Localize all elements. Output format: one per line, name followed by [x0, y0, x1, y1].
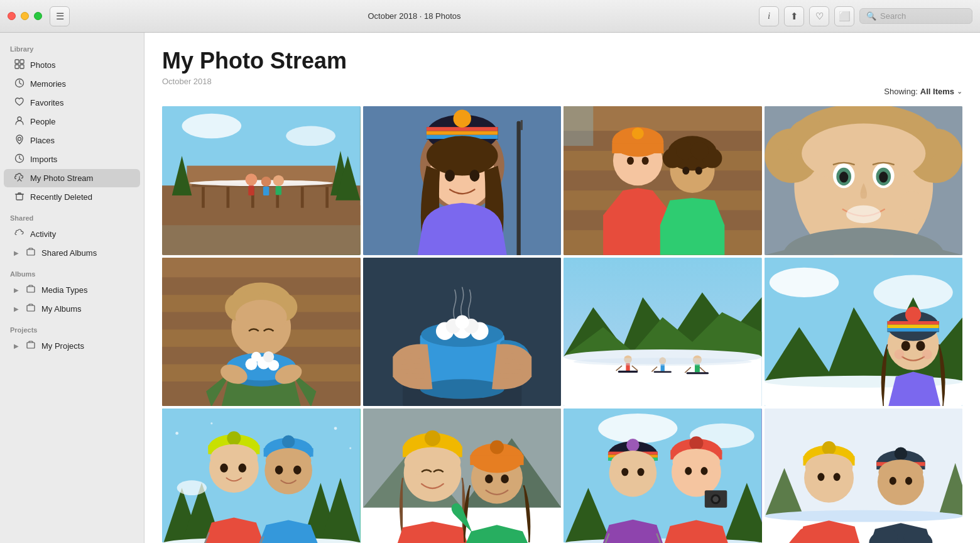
favorites-icon — [14, 97, 25, 109]
svg-rect-152 — [654, 371, 672, 372]
sidebar-item-photos-label: Photos — [30, 60, 130, 70]
svg-point-271 — [905, 477, 912, 485]
photo-cell[interactable] — [564, 409, 762, 543]
svg-point-90 — [839, 172, 848, 182]
sidebar-item-my-albums[interactable]: ▶ My Albums — [4, 300, 140, 318]
info-button[interactable]: i — [759, 6, 779, 26]
svg-point-92 — [846, 206, 881, 223]
photo-cell[interactable] — [765, 258, 963, 407]
svg-point-160 — [637, 375, 639, 377]
sidebar-item-photos[interactable]: Photos — [4, 56, 140, 74]
sidebar-item-activity[interactable]: Activity — [4, 225, 140, 243]
svg-point-201 — [275, 466, 283, 474]
photo-cell[interactable] — [363, 106, 562, 255]
share-button[interactable]: ⬆ — [784, 6, 804, 26]
chevron-down-icon: ⌄ — [957, 87, 962, 96]
sidebar-item-shared-albums-label: Shared Albums — [41, 248, 130, 258]
minimize-button[interactable] — [21, 12, 29, 20]
svg-point-202 — [293, 466, 302, 474]
content-header: My Photo Stream October 2018 Showing: Al… — [162, 48, 962, 96]
svg-point-85 — [802, 124, 925, 184]
sidebar-item-my-photo-stream-label: My Photo Stream — [30, 173, 130, 183]
albums-section-header: Albums — [0, 263, 144, 280]
svg-point-245 — [689, 436, 703, 450]
svg-point-224 — [598, 414, 677, 443]
svg-rect-31 — [248, 185, 254, 195]
svg-point-205 — [210, 422, 212, 424]
svg-rect-1 — [20, 60, 24, 63]
sidebar-item-media-types[interactable]: ▶ Media Types — [4, 281, 140, 299]
sidebar-item-recently-deleted-label: Recently Deleted — [30, 192, 130, 202]
svg-point-73 — [682, 167, 689, 175]
close-button[interactable] — [8, 12, 16, 20]
svg-point-251 — [712, 496, 718, 502]
svg-point-6 — [18, 138, 21, 141]
svg-point-269 — [878, 459, 923, 485]
svg-point-115 — [251, 351, 261, 361]
svg-point-162 — [751, 380, 753, 382]
svg-point-200 — [266, 448, 312, 474]
svg-point-63 — [632, 128, 644, 140]
search-bar[interactable]: 🔍 — [859, 8, 972, 24]
sidebar-item-my-projects-label: My Projects — [41, 341, 130, 351]
svg-point-176 — [901, 341, 910, 351]
photo-cell[interactable] — [162, 258, 361, 407]
showing-filter[interactable]: Showing: All Items ⌄ — [884, 87, 962, 96]
photo-cell[interactable] — [765, 106, 963, 255]
sidebar-item-imports[interactable]: Imports — [4, 150, 140, 168]
heart-icon: ♡ — [815, 11, 824, 22]
svg-point-179 — [922, 349, 932, 359]
svg-point-207 — [349, 447, 351, 449]
svg-point-193 — [220, 464, 228, 473]
showing-value: All Items — [920, 87, 954, 96]
sidebar-item-shared-albums[interactable]: ▶ Shared Albums — [4, 244, 140, 262]
info-icon: i — [768, 11, 770, 21]
sidebar-item-memories[interactable]: Memories — [4, 75, 140, 93]
svg-point-221 — [485, 474, 493, 483]
sidebar-item-favorites-label: Favorites — [30, 98, 130, 107]
sidebar-item-recently-deleted[interactable]: Recently Deleted — [4, 188, 140, 206]
svg-rect-64 — [612, 143, 663, 153]
photo-cell[interactable] — [162, 409, 361, 543]
svg-rect-219 — [470, 455, 523, 465]
sidebar-item-my-projects[interactable]: ▶ My Projects — [4, 337, 140, 355]
search-input[interactable] — [880, 11, 966, 21]
photo-cell[interactable] — [564, 106, 762, 255]
svg-rect-173 — [887, 324, 939, 328]
sidebar-item-places[interactable]: Places — [4, 131, 140, 150]
svg-rect-11 — [27, 250, 35, 255]
sidebar-item-people[interactable]: People — [4, 112, 140, 131]
photo-cell[interactable] — [363, 258, 562, 407]
svg-rect-43 — [426, 127, 498, 131]
svg-point-164 — [769, 267, 838, 297]
photo-cell[interactable] — [363, 409, 562, 543]
photo-cell[interactable] — [162, 106, 361, 255]
photo-cell[interactable] — [765, 409, 963, 543]
slideshow-button[interactable]: ⬜ — [834, 6, 854, 26]
sidebar-toggle-button[interactable]: ☰ — [50, 6, 70, 26]
page-title: My Photo Stream — [162, 48, 347, 74]
svg-point-116 — [263, 351, 274, 362]
svg-rect-174 — [887, 328, 939, 332]
svg-point-26 — [189, 180, 333, 186]
slideshow-icon: ⬜ — [839, 11, 851, 22]
sidebar-item-my-photo-stream[interactable]: My Photo Stream — [4, 169, 140, 187]
maximize-button[interactable] — [34, 12, 42, 20]
photo-cell[interactable] — [564, 258, 762, 407]
svg-point-178 — [894, 349, 904, 359]
sidebar-item-favorites[interactable]: Favorites — [4, 94, 140, 112]
svg-point-204 — [175, 432, 178, 435]
svg-rect-13 — [27, 305, 35, 311]
titlebar-center: October 2018 · 18 Photos — [70, 11, 759, 21]
svg-rect-75 — [564, 106, 593, 146]
photo-grid — [162, 106, 962, 543]
favorite-button[interactable]: ♡ — [809, 6, 829, 26]
expand-icon: ▶ — [14, 250, 19, 256]
sidebar-item-my-albums-label: My Albums — [41, 304, 130, 314]
photo-stream-icon — [14, 172, 25, 184]
svg-point-191 — [227, 432, 241, 446]
svg-point-237 — [611, 451, 655, 478]
expand-icon-albums: ▶ — [14, 305, 19, 312]
projects-section-header: Projects — [0, 319, 144, 336]
svg-point-91 — [879, 172, 888, 182]
